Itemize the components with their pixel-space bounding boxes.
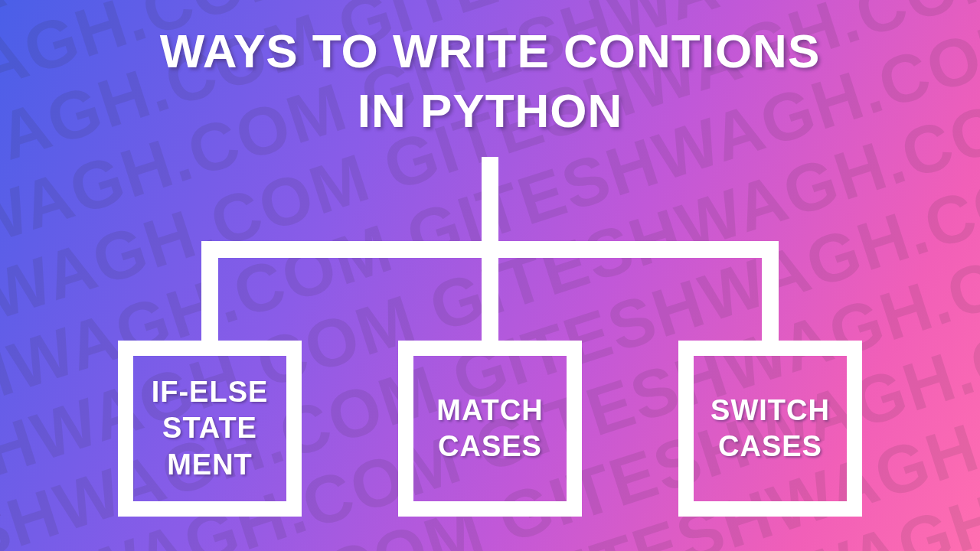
box-match-cases: MATCH CASES [398,341,582,517]
tree-diagram: IF-ELSE STATE MENT MATCH CASES SWITCH CA… [0,157,980,540]
title-line-1: WAYS TO WRITE CONTIONS [160,24,821,77]
box-match-line1: MATCH [436,394,543,426]
diagram-title: WAYS TO WRITE CONTIONS IN PYTHON [0,21,980,140]
title-line-2: IN PYTHON [358,84,623,137]
box-switch-cases-label: SWITCH CASES [710,393,830,465]
box-switch-line2: CASES [718,430,822,462]
diagram-canvas: GITESHWAGH.COM GITESHWAGH.COM GITESHWAGH… [0,0,980,551]
box-match-line2: CASES [438,430,542,462]
box-switch-cases: SWITCH CASES [678,341,862,517]
box-switch-line1: SWITCH [710,394,830,426]
tree-stem [482,157,498,241]
box-if-else-label: IF-ELSE STATE MENT [152,374,269,484]
tree-drop-center [482,241,498,341]
box-if-else: IF-ELSE STATE MENT [118,341,302,517]
tree-drop-right [762,241,779,341]
box-if-else-line3: MENT [167,448,253,481]
box-match-cases-label: MATCH CASES [436,393,543,465]
box-if-else-line1: IF-ELSE [152,376,269,408]
box-if-else-line2: STATE [162,412,257,444]
tree-drop-left [201,241,218,341]
